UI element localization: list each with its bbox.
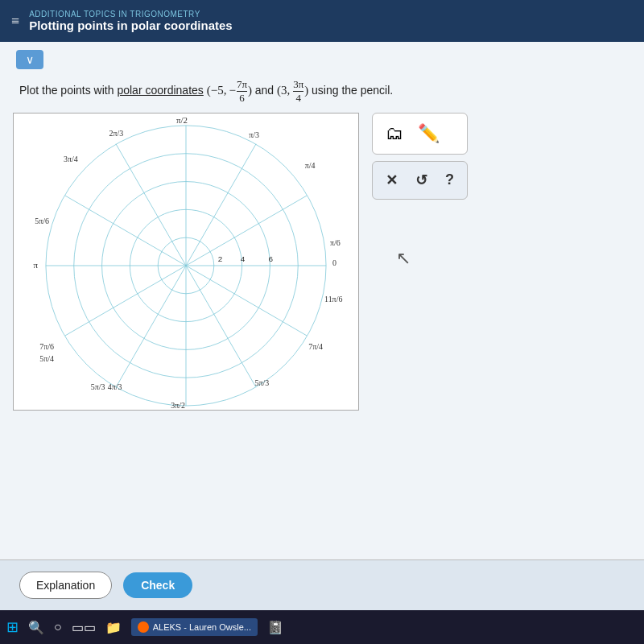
- svg-text:11π/6: 11π/6: [324, 294, 342, 303]
- notebook-icon[interactable]: 📓: [267, 620, 283, 635]
- bottom-actions: Explanation Check: [0, 559, 644, 610]
- tools-panel: 🗂 ✏️ ✕ ↺ ? ↖: [372, 113, 468, 551]
- svg-text:3π/4: 3π/4: [64, 154, 78, 163]
- taskbar-aleks-app[interactable]: ALEKS - Lauren Owsle...: [131, 618, 258, 636]
- dropdown-section: ∨: [0, 42, 644, 72]
- taskbar: ⊞ 🔍 ○ ▭▭ 📁 ALEKS - Lauren Owsle... 📓: [0, 610, 644, 644]
- svg-text:π/4: π/4: [305, 160, 316, 169]
- polar-graph[interactable]: π/2 π/3 π/4 π/6 0 11π/6 7π/4 5π/3: [13, 113, 359, 411]
- tools-top-row: 🗂 ✏️: [372, 113, 468, 155]
- header-text: Additional Topics in Trigonometry Plotti…: [29, 10, 233, 32]
- svg-text:3π/2: 3π/2: [171, 401, 185, 410]
- and-text: and: [255, 84, 277, 97]
- cursor-indicator: ↖: [396, 248, 468, 269]
- polar-graph-svg[interactable]: π/2 π/3 π/4 π/6 0 11π/6 7π/4 5π/3: [14, 114, 358, 410]
- svg-text:4: 4: [241, 254, 246, 263]
- hamburger-icon[interactable]: ≡: [11, 13, 19, 30]
- cortana-icon[interactable]: ○: [54, 620, 62, 634]
- pencil-tool[interactable]: ✏️: [418, 123, 440, 144]
- svg-text:2: 2: [218, 254, 223, 263]
- svg-text:π/2: π/2: [176, 115, 188, 125]
- dropdown-button[interactable]: ∨: [16, 50, 43, 69]
- svg-text:5π/6: 5π/6: [35, 217, 49, 225]
- polar-coordinates-label: polar coordinates: [117, 84, 203, 97]
- svg-text:5π/3: 5π/3: [255, 378, 270, 387]
- aleks-app-icon: [138, 621, 149, 633]
- svg-text:π/3: π/3: [249, 130, 259, 138]
- check-button[interactable]: Check: [123, 572, 192, 598]
- taskbar-app-label: ALEKS - Lauren Owsle...: [153, 622, 251, 632]
- search-icon[interactable]: 🔍: [28, 620, 44, 635]
- svg-text:6: 6: [268, 254, 273, 263]
- explanation-button[interactable]: Explanation: [19, 572, 112, 599]
- windows-icon[interactable]: ⊞: [6, 618, 19, 636]
- taskbar-start: ⊞: [6, 618, 19, 636]
- svg-text:7π/4: 7π/4: [308, 342, 323, 351]
- clear-button[interactable]: ✕: [386, 171, 398, 189]
- svg-text:2π/3: 2π/3: [109, 128, 124, 137]
- content-area: ∨ Plot the points with polar coordinates…: [0, 42, 644, 610]
- eraser-tool[interactable]: 🗂: [386, 123, 403, 144]
- svg-text:7π/6: 7π/6: [39, 342, 54, 351]
- svg-text:π/6: π/6: [330, 238, 341, 247]
- help-button[interactable]: ?: [445, 171, 454, 188]
- suffix-text: using the pencil.: [312, 84, 393, 97]
- header-bar: ≡ Additional Topics in Trigonometry Plot…: [0, 0, 644, 42]
- header-subtitle: Additional Topics in Trigonometry: [29, 10, 233, 19]
- app-window: ≡ Additional Topics in Trigonometry Plot…: [0, 0, 644, 644]
- problem-statement: Plot the points with polar coordinates (…: [0, 72, 644, 113]
- svg-text:π: π: [33, 260, 38, 270]
- instruction-text: Plot the points with: [19, 84, 117, 97]
- svg-text:5π/3: 5π/3: [91, 382, 105, 391]
- explorer-icon[interactable]: 📁: [105, 620, 122, 635]
- point1-expr: (−5, −7π6): [207, 84, 255, 97]
- main-interaction: π/2 π/3 π/4 π/6 0 11π/6 7π/4 5π/3: [0, 113, 644, 559]
- tools-bottom-row: ✕ ↺ ?: [372, 161, 468, 200]
- svg-text:0: 0: [332, 258, 336, 267]
- task-view-icon[interactable]: ▭▭: [72, 620, 96, 635]
- header-title: Plotting points in polar coordinates: [29, 19, 233, 32]
- svg-text:5π/4: 5π/4: [39, 354, 54, 363]
- undo-button[interactable]: ↺: [415, 171, 427, 189]
- svg-text:4π/3: 4π/3: [108, 382, 122, 391]
- point2-expr: (3, 3π4): [277, 84, 312, 97]
